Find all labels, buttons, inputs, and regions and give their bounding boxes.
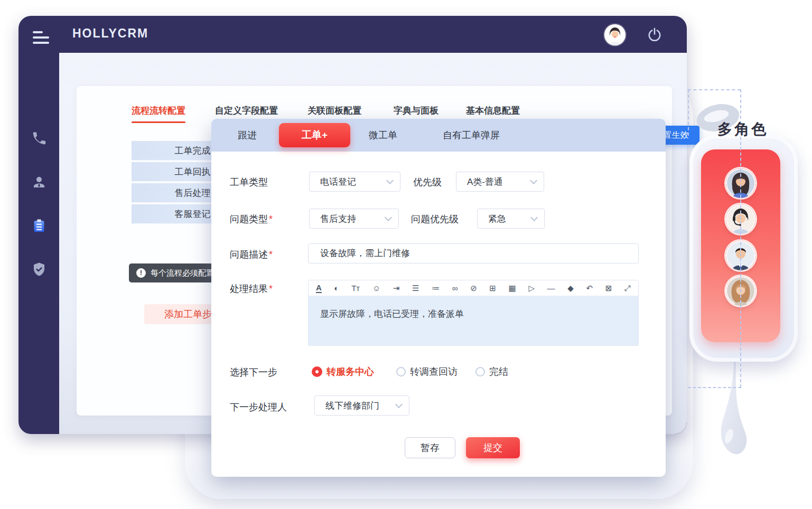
tab-work-order[interactable]: 工单+ [279,123,350,147]
link-icon[interactable]: ∞ [452,284,458,292]
screenshot-canvas: 多角色 HOLLYCRM [0,0,812,509]
app-title: HOLLYCRM [72,26,148,41]
user-avatar[interactable] [604,24,626,45]
next-handler-select[interactable]: 线下维修部门 [314,395,409,416]
result-editor: A ◐ Tᴛ ☺ ⇥ ☰ ≔ ∞ ⊘ ⊞ ▦ ▷ — ◆ ↶ ⊠ ⤢ 显示屏故障… [308,280,639,346]
drip-decoration [716,359,750,462]
work-order-modal: 跟进 工单+ 微工单 自有工单弹屏 工单类型 电话登记 优先级 A类-普通 问题… [211,119,666,477]
undo-icon[interactable]: ↶ [586,284,593,292]
chevron-down-icon [385,214,392,221]
tab-custom-fields[interactable]: 自定义字段配置 [215,105,278,117]
contacts-icon[interactable] [31,174,47,190]
tab-micro-order[interactable]: 微工单 [369,129,397,142]
radio-transfer-service-center[interactable]: 转服务中心 [312,365,374,378]
image-icon[interactable]: ▦ [509,284,516,292]
radio-icon [312,366,322,377]
priority-select[interactable]: A类-普通 [456,172,544,192]
submit-button[interactable]: 提交 [466,437,520,458]
delete-icon[interactable]: ⊠ [605,284,612,292]
issue-desc-input[interactable]: 设备故障，需上门维修 [308,243,639,263]
fullscreen-icon[interactable]: ⤢ [624,284,631,292]
order-type-label: 工单类型 [230,176,268,188]
result-editor-body[interactable]: 显示屏故障，电话已受理，准备派单 [309,296,638,346]
worklist-icon[interactable] [31,218,47,234]
issue-desc-label: 问题描述* [230,248,273,261]
video-icon[interactable]: ▷ [528,284,535,292]
multi-role-label: 多角色 [717,119,768,139]
issue-priority-label: 问题优先级 [411,213,459,225]
tab-basic-info[interactable]: 基本信息配置 [466,105,520,117]
exclamation-icon: ! [136,268,146,278]
eraser-icon[interactable]: ◆ [567,284,574,292]
list-icon[interactable]: ≔ [432,284,440,292]
table-icon[interactable]: ⊞ [489,284,496,292]
tab-related-panel[interactable]: 关联面板配置 [307,105,361,117]
chevron-down-icon [530,214,538,221]
order-type-select[interactable]: 电话登记 [309,172,400,192]
modal-tabbar: 跟进 工单+ 微工单 自有工单弹屏 [211,119,666,152]
unlink-icon[interactable]: ⊘ [470,284,477,292]
align-icon[interactable]: ☰ [412,284,419,292]
radio-icon [475,367,485,376]
tab-follow-up[interactable]: 跟进 [238,129,257,142]
tab-own-order-popup[interactable]: 自有工单弹屏 [443,129,500,142]
dashed-line-top [688,89,741,90]
divider-icon[interactable]: — [547,284,555,292]
dashed-line-left [688,89,689,136]
issue-type-label: 问题类型* [230,213,273,225]
tab-flow-config[interactable]: 流程流转配置 [132,105,185,117]
issue-priority-value: 紧急 [478,213,529,225]
tab-dictionary-panel[interactable]: 字典与面板 [394,105,438,117]
menu-icon[interactable] [33,31,50,45]
power-icon[interactable] [647,27,662,42]
order-type-value: 电话登记 [310,176,385,188]
phone-icon[interactable] [31,130,47,146]
emoji-icon[interactable]: ☺ [372,284,380,292]
chevron-down-icon [530,177,537,184]
dashed-line-bottom [688,387,741,388]
issue-type-select[interactable]: 售后支持 [309,209,399,229]
radio-transfer-survey-callback[interactable]: 转调查回访 [396,365,458,378]
palette-icon[interactable]: ◐ [334,284,339,292]
priority-label: 优先级 [413,176,442,188]
security-icon[interactable] [31,261,47,277]
font-color-icon[interactable]: A [316,284,322,293]
chevron-down-icon [395,401,403,408]
issue-type-value: 售后支持 [310,213,384,225]
save-draft-button[interactable]: 暂存 [405,437,455,458]
issue-priority-select[interactable]: 紧急 [477,209,545,229]
font-size-icon[interactable]: Tᴛ [351,284,360,292]
next-handler-value: 线下维修部门 [315,400,394,412]
topbar: HOLLYCRM [18,16,687,53]
radio-icon [396,367,406,376]
chevron-down-icon [386,177,394,184]
editor-toolbar: A ◐ Tᴛ ☺ ⇥ ☰ ≔ ∞ ⊘ ⊞ ▦ ▷ — ◆ ↶ ⊠ ⤢ [309,280,638,296]
result-label: 处理结果* [230,282,273,295]
indent-icon[interactable]: ⇥ [393,284,400,292]
next-handler-label: 下一步处理人 [230,401,287,413]
radio-finish[interactable]: 完结 [475,365,508,378]
next-step-label: 选择下一步 [230,366,277,379]
priority-value: A类-普通 [456,176,529,188]
